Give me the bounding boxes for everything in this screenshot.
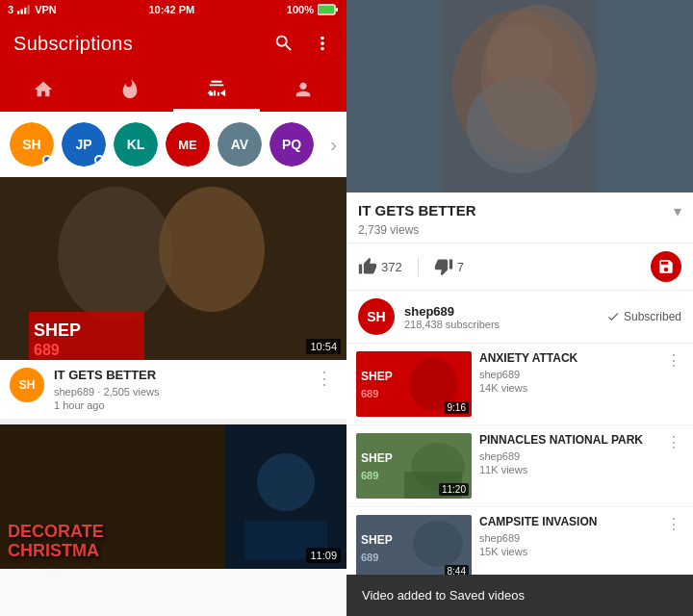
related-duration-1: 9:16 bbox=[445, 401, 469, 414]
svg-text:689: 689 bbox=[361, 552, 378, 563]
status-bar: 3 VPN 10:42 PM 100% bbox=[0, 0, 346, 19]
carrier-text: 3 bbox=[8, 4, 13, 15]
action-row: 372 7 bbox=[346, 244, 693, 291]
related-views-2: 11K views bbox=[479, 464, 656, 475]
svg-rect-5 bbox=[319, 6, 334, 13]
right-main-video-thumb[interactable] bbox=[346, 0, 693, 192]
related-duration-2: 11:20 bbox=[439, 483, 469, 496]
related-more-1[interactable]: ⋮ bbox=[664, 351, 683, 370]
video-channel-avatar[interactable]: SH bbox=[10, 368, 44, 402]
svg-text:SHEP: SHEP bbox=[34, 321, 81, 340]
account-icon bbox=[293, 79, 314, 100]
save-button[interactable] bbox=[651, 251, 681, 282]
channel-info-name: shep689 bbox=[404, 304, 597, 319]
related-more-3[interactable]: ⋮ bbox=[664, 515, 683, 533]
more-options-icon[interactable] bbox=[312, 33, 333, 54]
channel-avatar-4[interactable]: ME bbox=[166, 122, 210, 167]
svg-rect-23 bbox=[443, 0, 597, 192]
main-video-thumbnail-art: SHEP 689 bbox=[0, 177, 346, 360]
thumbs-up-icon bbox=[358, 257, 377, 276]
svg-text:689: 689 bbox=[361, 470, 378, 481]
channel-info-row: SH shep689 218,438 subscribers Subscribe… bbox=[346, 291, 693, 344]
trending-icon bbox=[119, 79, 141, 100]
related-views-1: 14K views bbox=[479, 382, 656, 394]
related-meta-2: PINNACLES NATIONAL PARK shep689 11K view… bbox=[479, 433, 656, 475]
like-count: 372 bbox=[381, 260, 402, 274]
channel-avatar-1[interactable]: SH bbox=[10, 122, 54, 167]
channel-row: SH JP KL ME AV PQ › bbox=[0, 112, 346, 177]
related-sub-3: shep689 bbox=[479, 532, 656, 544]
check-icon bbox=[606, 310, 620, 323]
expand-icon[interactable]: ▾ bbox=[674, 202, 681, 220]
related-title-1: ANXIETY ATTACK bbox=[479, 351, 656, 367]
related-meta-1: ANXIETY ATTACK shep689 14K views bbox=[479, 351, 656, 394]
svg-text:SHEP: SHEP bbox=[361, 533, 393, 547]
right-video-title: IT GETS BETTER bbox=[358, 202, 666, 218]
related-title-3: CAMPSITE INVASION bbox=[479, 515, 656, 530]
svg-text:SHEP: SHEP bbox=[361, 370, 393, 383]
related-item-2[interactable]: SHEP 689 11:20 PINNACLES NATIONAL PARK s… bbox=[346, 425, 693, 507]
related-sub-2: shep689 bbox=[479, 450, 656, 462]
right-panel: IT GETS BETTER ▾ 2,739 views 372 7 SH bbox=[346, 0, 693, 616]
channel-info-meta: shep689 218,438 subscribers bbox=[404, 304, 597, 330]
svg-point-9 bbox=[58, 187, 173, 321]
right-video-views: 2,739 views bbox=[358, 223, 681, 237]
snackbar-message: Video added to Saved videos bbox=[362, 588, 525, 603]
main-video-thumbnail[interactable]: SHEP 689 10:54 bbox=[0, 177, 346, 360]
action-divider-1 bbox=[418, 257, 419, 276]
related-thumb-1: SHEP 689 9:16 bbox=[356, 351, 472, 417]
related-more-2[interactable]: ⋮ bbox=[664, 433, 683, 451]
svg-text:SHEP: SHEP bbox=[361, 451, 393, 465]
second-video-left: DECORATECHRISTMA bbox=[0, 424, 225, 569]
svg-rect-2 bbox=[24, 8, 26, 14]
video-meta: IT GETS BETTER shep689 · 2,505 views 1 h… bbox=[54, 368, 302, 411]
tab-account[interactable] bbox=[260, 67, 346, 112]
channel-avatar-3[interactable]: KL bbox=[114, 122, 158, 167]
related-views-3: 15K views bbox=[479, 546, 656, 557]
battery-icon bbox=[318, 4, 339, 15]
tab-home[interactable] bbox=[0, 67, 87, 112]
subscriptions-icon bbox=[206, 79, 227, 100]
related-thumb-3: SHEP 689 8:44 bbox=[356, 515, 472, 580]
svg-rect-3 bbox=[28, 5, 30, 13]
related-meta-3: CAMPSITE INVASION shep689 15K views bbox=[479, 515, 656, 557]
dislike-button[interactable]: 7 bbox=[434, 257, 464, 276]
snackbar: Video added to Saved videos bbox=[346, 575, 693, 616]
thumbs-down-icon bbox=[434, 257, 453, 276]
related-item-1[interactable]: SHEP 689 9:16 ANXIETY ATTACK shep689 14K… bbox=[346, 344, 693, 425]
subscribed-button[interactable]: Subscribed bbox=[606, 310, 681, 323]
channel-info-avatar[interactable]: SH bbox=[358, 298, 395, 335]
video-sub: shep689 · 2,505 views bbox=[54, 386, 302, 398]
like-button[interactable]: 372 bbox=[358, 257, 402, 276]
svg-point-15 bbox=[257, 453, 315, 511]
video-detail: IT GETS BETTER ▾ 2,739 views bbox=[346, 192, 693, 244]
channel-avatar-2[interactable]: JP bbox=[62, 122, 106, 167]
signal-icon bbox=[17, 5, 31, 14]
svg-rect-0 bbox=[17, 11, 19, 14]
main-video-duration: 10:54 bbox=[306, 339, 341, 354]
second-video-overlay: DECORATECHRISTMA bbox=[8, 523, 104, 561]
svg-text:689: 689 bbox=[34, 342, 60, 358]
second-video-thumbnail[interactable]: DECORATECHRISTMA 11:09 bbox=[0, 424, 346, 569]
nav-tabs bbox=[0, 67, 346, 112]
dislike-count: 7 bbox=[457, 260, 464, 274]
battery-text: 100% bbox=[287, 4, 314, 15]
channel-avatar-5[interactable]: AV bbox=[218, 122, 262, 167]
channel-info-subs: 218,438 subscribers bbox=[404, 319, 597, 330]
subscribed-label: Subscribed bbox=[624, 310, 681, 323]
channel-row-arrow[interactable]: › bbox=[330, 134, 337, 156]
video-title: IT GETS BETTER bbox=[54, 368, 302, 384]
related-thumb-2: SHEP 689 11:20 bbox=[356, 433, 472, 499]
search-icon[interactable] bbox=[273, 33, 295, 54]
tab-subscriptions[interactable] bbox=[173, 67, 260, 112]
tab-trending[interactable] bbox=[87, 67, 173, 112]
channel-avatar-6[interactable]: PQ bbox=[270, 122, 314, 167]
svg-rect-6 bbox=[336, 8, 338, 12]
main-video-card: SHEP 689 10:54 SH IT GETS BETTER shep689… bbox=[0, 177, 346, 424]
vpn-text: VPN bbox=[35, 4, 57, 15]
video-more-button[interactable]: ⋮ bbox=[312, 368, 337, 389]
second-video-duration: 11:09 bbox=[306, 548, 341, 563]
second-video-card: DECORATECHRISTMA 11:09 bbox=[0, 424, 346, 569]
home-icon bbox=[33, 79, 54, 100]
time-text: 10:42 PM bbox=[148, 4, 194, 15]
